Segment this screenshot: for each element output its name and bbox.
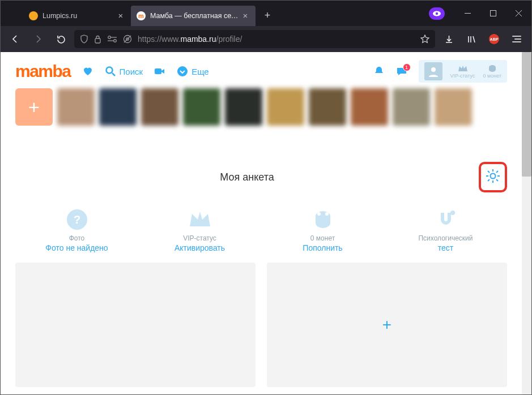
card-link[interactable]: Пополнить: [303, 243, 342, 252]
more-nav[interactable]: Еще: [177, 66, 209, 77]
tab-label: Lumpics.ru: [42, 12, 116, 20]
svg-point-9: [114, 40, 117, 42]
card-label: Фото: [69, 234, 85, 242]
card-label: Психологический: [418, 234, 473, 242]
new-tab-button[interactable]: +: [259, 7, 276, 24]
badge: 1: [403, 63, 411, 71]
site-logo[interactable]: mamba: [15, 62, 71, 81]
section-title: Моя анкета: [15, 171, 479, 183]
url-text: https://www.mamba.ru/profile/: [138, 35, 415, 44]
svg-point-34: [325, 212, 329, 216]
user-box[interactable]: VIP-статус 0 монет: [419, 60, 507, 83]
likes-nav[interactable]: [82, 66, 93, 77]
svg-point-1: [436, 12, 438, 14]
photo-thumb[interactable]: [309, 88, 346, 126]
profile-cards: ? Фото Фото не найдено VIP-статус Активи…: [1, 208, 522, 252]
reload-button[interactable]: [52, 30, 70, 48]
avatar-icon: [424, 62, 442, 80]
test-icon: [433, 208, 459, 233]
maximize-button[interactable]: [480, 1, 506, 26]
svg-line-30: [496, 171, 498, 173]
svg-line-28: [496, 179, 498, 181]
tab-favicon: m: [137, 11, 146, 20]
panel-add[interactable]: +: [267, 263, 507, 387]
close-icon[interactable]: ×: [116, 11, 125, 20]
library-button[interactable]: [462, 30, 480, 48]
svg-point-17: [106, 67, 112, 74]
svg-rect-19: [155, 68, 161, 74]
svg-rect-6: [95, 38, 100, 43]
card-link[interactable]: тест: [438, 243, 453, 252]
content-panels: +: [1, 252, 522, 387]
card-photo: ? Фото Фото не найдено: [26, 208, 128, 252]
permissions-icon: [107, 35, 117, 43]
shield-icon: [80, 35, 88, 44]
bookmark-icon[interactable]: [420, 35, 429, 44]
crown-icon: [187, 208, 213, 233]
svg-line-16: [473, 36, 475, 42]
photo-thumb[interactable]: [57, 88, 95, 126]
settings-button[interactable]: [485, 168, 501, 186]
wallet-icon: [310, 208, 336, 233]
window-titlebar: Lumpics.ru × m Мамба — бесплатная сеть з…: [1, 1, 531, 26]
browser-navbar: https://www.mamba.ru/profile/ ABP: [1, 26, 531, 52]
svg-line-27: [488, 171, 490, 173]
browser-tab-lumpics[interactable]: Lumpics.ru ×: [23, 6, 131, 26]
card-label: 0 монет: [310, 234, 335, 242]
svg-point-7: [108, 36, 111, 39]
photo-icon: ?: [64, 208, 90, 233]
back-button[interactable]: [6, 30, 24, 48]
vpn-badge[interactable]: [429, 7, 445, 20]
abp-button[interactable]: ABP: [485, 30, 503, 48]
site-header: mamba Поиск Еще 1 VIP-статус 0 монет: [1, 52, 522, 87]
browser-tab-mamba[interactable]: m Мамба — бесплатная сеть зна ×: [131, 6, 256, 26]
vip-mini[interactable]: VIP-статус: [450, 65, 475, 79]
close-window-button[interactable]: [506, 1, 531, 26]
svg-point-21: [431, 67, 436, 72]
notifications-button[interactable]: [373, 66, 385, 77]
close-icon[interactable]: ×: [241, 11, 250, 20]
card-vip: VIP-статус Активировать: [149, 208, 251, 252]
svg-line-29: [488, 179, 490, 181]
abp-icon: ABP: [489, 34, 499, 44]
video-nav[interactable]: [154, 66, 165, 77]
tab-label: Мамба — бесплатная сеть зна: [150, 12, 241, 20]
svg-rect-3: [491, 11, 496, 16]
card-coins: 0 монет Пополнить: [272, 208, 374, 252]
svg-point-33: [317, 212, 321, 216]
photo-thumb[interactable]: [393, 88, 430, 126]
coins-mini[interactable]: 0 монет: [483, 65, 502, 79]
messages-button[interactable]: 1: [396, 66, 407, 77]
photo-thumb[interactable]: [267, 88, 304, 126]
photo-thumb[interactable]: [183, 88, 220, 126]
url-bar[interactable]: https://www.mamba.ru/profile/: [74, 30, 435, 48]
page-viewport: mamba Поиск Еще 1 VIP-статус 0 монет + М…: [1, 52, 531, 395]
photo-thumb[interactable]: [99, 88, 137, 126]
search-nav[interactable]: Поиск: [105, 66, 143, 77]
photo-thumb[interactable]: [351, 88, 388, 126]
minimize-button[interactable]: [455, 1, 480, 26]
forward-button[interactable]: [29, 30, 47, 48]
card-link[interactable]: Фото не найдено: [45, 243, 108, 252]
card-test: Психологический тест: [395, 208, 497, 252]
tab-favicon: [29, 11, 38, 20]
photo-thumb[interactable]: [141, 88, 178, 126]
panel-left[interactable]: [15, 263, 256, 387]
settings-highlight: [479, 162, 507, 192]
tracking-icon: [123, 35, 132, 44]
menu-button[interactable]: [508, 30, 526, 48]
photo-strip: +: [1, 87, 522, 126]
svg-line-18: [112, 73, 115, 76]
more-label: Еще: [191, 67, 209, 76]
svg-point-22: [491, 174, 496, 179]
downloads-button[interactable]: [440, 30, 458, 48]
add-photo-button[interactable]: +: [15, 88, 53, 126]
svg-point-20: [177, 66, 188, 76]
scrollbar-thumb[interactable]: [522, 52, 531, 177]
card-label: VIP-статус: [183, 234, 216, 242]
lock-icon: [94, 35, 101, 44]
photo-thumb[interactable]: [435, 88, 472, 126]
photo-thumb[interactable]: [225, 88, 262, 126]
card-link[interactable]: Активировать: [175, 243, 225, 252]
search-label: Поиск: [120, 67, 143, 76]
